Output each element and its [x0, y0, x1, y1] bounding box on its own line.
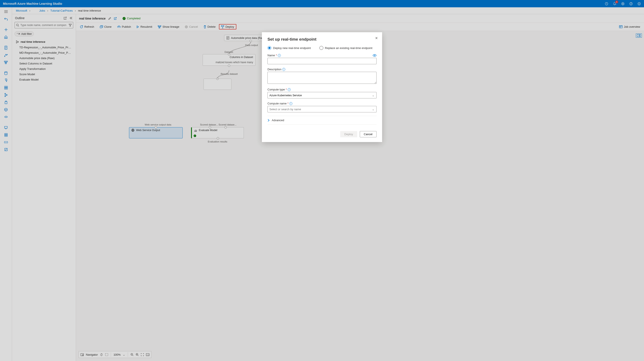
- description-label: Description i: [268, 68, 376, 71]
- eye-icon[interactable]: [373, 54, 376, 57]
- svg-point-50: [374, 55, 375, 56]
- info-icon[interactable]: i: [288, 88, 291, 91]
- radio-unselected-icon: [320, 46, 323, 50]
- modal-backdrop: ✕ Set up real-time endpoint Deploy new r…: [0, 0, 644, 361]
- modal-cancel-button[interactable]: Cancel: [360, 131, 376, 137]
- chevron-right-icon: [268, 119, 270, 122]
- name-input[interactable]: [268, 58, 376, 64]
- info-icon[interactable]: i: [282, 68, 285, 71]
- deploy-modal: ✕ Set up real-time endpoint Deploy new r…: [262, 32, 382, 142]
- compute-name-select[interactable]: [268, 106, 376, 112]
- radio-replace-existing[interactable]: Replace an existing real-time endpoint: [320, 46, 372, 50]
- compute-type-label: Compute type* i: [268, 88, 376, 91]
- name-label: Name* i: [268, 54, 376, 57]
- description-input[interactable]: [268, 72, 376, 84]
- info-icon[interactable]: i: [289, 102, 292, 105]
- compute-name-label: Compute name* i: [268, 102, 376, 105]
- modal-deploy-button: Deploy: [340, 131, 357, 137]
- advanced-toggle[interactable]: Advanced: [268, 116, 376, 125]
- radio-deploy-new[interactable]: Deploy new real-time endpoint: [268, 46, 311, 50]
- modal-title: Set up real-time endpoint: [268, 37, 376, 42]
- compute-type-select[interactable]: [268, 92, 376, 98]
- close-icon[interactable]: ✕: [375, 36, 378, 40]
- info-icon[interactable]: i: [278, 54, 281, 57]
- radio-selected-icon: [268, 46, 271, 50]
